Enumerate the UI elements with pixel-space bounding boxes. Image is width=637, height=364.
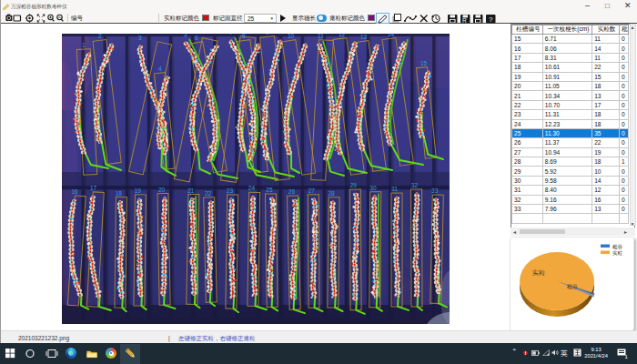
svg-text:8: 8 (242, 34, 246, 39)
svg-text:4: 4 (158, 66, 162, 72)
svg-text:25: 25 (266, 187, 273, 193)
svg-text:20: 20 (158, 187, 166, 193)
svg-text:3: 3 (138, 35, 142, 41)
svg-text:31: 31 (391, 186, 399, 192)
svg-text:7: 7 (229, 34, 233, 35)
svg-text:17: 17 (90, 185, 97, 191)
svg-text:5: 5 (184, 34, 187, 37)
svg-text:28: 28 (329, 190, 336, 197)
svg-text:21: 21 (187, 187, 195, 194)
svg-text:实粒: 实粒 (612, 250, 623, 256)
svg-text:18: 18 (116, 190, 123, 197)
svg-text:29: 29 (350, 182, 358, 188)
svg-text:27: 27 (308, 187, 316, 194)
svg-text:14: 14 (388, 34, 395, 37)
svg-text:32: 32 (411, 182, 419, 188)
svg-text:12: 12 (339, 34, 346, 37)
svg-text:秕谷: 秕谷 (567, 284, 578, 290)
svg-text:16: 16 (72, 188, 79, 195)
svg-text:19: 19 (135, 187, 142, 194)
svg-text:33: 33 (431, 187, 439, 194)
svg-text:22: 22 (205, 190, 212, 197)
svg-text:11: 11 (318, 34, 324, 39)
svg-text:实粒: 实粒 (532, 269, 545, 276)
svg-text:30: 30 (369, 185, 377, 191)
svg-text:6: 6 (195, 35, 198, 41)
svg-text:1: 1 (625, 354, 629, 359)
svg-text:2: 2 (98, 34, 102, 39)
svg-text:10: 10 (288, 34, 295, 39)
svg-text:1: 1 (82, 42, 86, 48)
svg-text:秕谷: 秕谷 (612, 244, 623, 250)
svg-text:15: 15 (420, 60, 428, 66)
svg-text:9: 9 (266, 34, 269, 35)
svg-text:24: 24 (248, 185, 256, 191)
svg-text:?: ? (489, 15, 493, 24)
svg-text:R: R (462, 17, 467, 24)
svg-text:23: 23 (227, 187, 234, 194)
svg-text:26: 26 (288, 188, 296, 195)
svg-text:13: 13 (360, 34, 368, 40)
